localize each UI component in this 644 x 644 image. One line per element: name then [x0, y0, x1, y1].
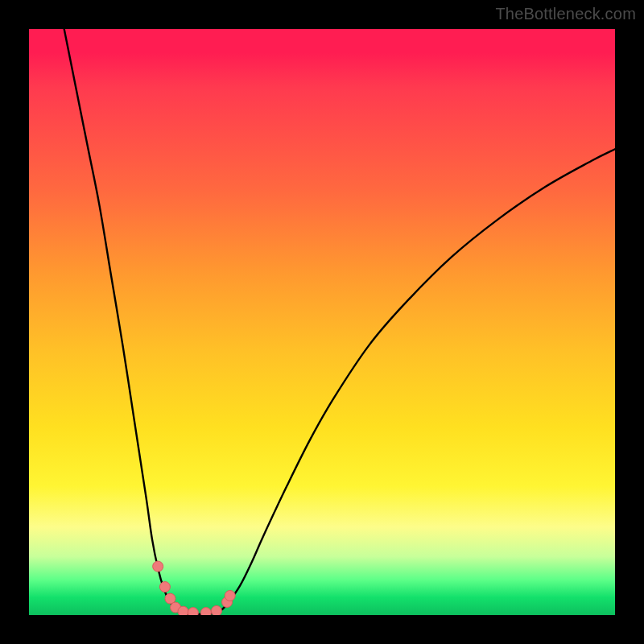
- chart-frame: TheBottleneck.com: [0, 0, 644, 644]
- marker-dot: [178, 606, 188, 615]
- curve-right: [217, 149, 615, 613]
- marker-dot: [225, 590, 235, 601]
- plot-area: [29, 29, 615, 615]
- watermark-text: TheBottleneck.com: [495, 5, 636, 23]
- marker-dot: [188, 608, 198, 615]
- marker-dot: [200, 608, 211, 615]
- marker-dot: [211, 605, 221, 615]
- marker-dot: [159, 582, 170, 592]
- curve-group: [64, 29, 615, 614]
- marker-dot: [153, 561, 163, 572]
- curve-left: [64, 29, 182, 613]
- chart-svg: [29, 29, 615, 615]
- markers-group: [153, 561, 236, 615]
